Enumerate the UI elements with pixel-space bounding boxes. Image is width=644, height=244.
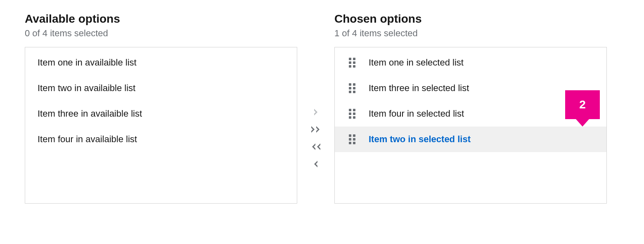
list-item[interactable]: Item one in selected list <box>335 50 606 75</box>
item-label: Item one in selected list <box>369 57 464 68</box>
item-label: Item four in selected list <box>369 108 464 119</box>
remove-button[interactable] <box>310 159 322 169</box>
drag-handle-icon[interactable] <box>347 109 357 119</box>
list-item[interactable]: Item one in availaible list <box>25 50 297 75</box>
item-label: Item one in availaible list <box>38 57 137 68</box>
list-item[interactable]: Item two in availaible list <box>25 75 297 101</box>
chosen-status: 1 of 4 items selected <box>334 28 607 39</box>
item-label: Item two in availaible list <box>38 83 135 94</box>
item-label: Item three in availaible list <box>38 108 142 119</box>
available-title: Available options <box>25 12 297 26</box>
chevron-right-icon <box>313 108 319 116</box>
drag-handle-icon[interactable] <box>347 58 357 68</box>
list-item[interactable]: Item three in availaible list <box>25 101 297 127</box>
chevron-left-icon <box>313 160 319 168</box>
transfer-controls <box>305 12 326 169</box>
double-chevron-right-icon <box>310 125 321 134</box>
available-listbox[interactable]: Item one in availaible list Item two in … <box>25 47 297 204</box>
remove-all-button[interactable] <box>310 142 322 152</box>
item-label: Item two in selected list <box>369 134 471 145</box>
item-label: Item four in availaible list <box>38 134 137 145</box>
chosen-title: Chosen options <box>334 12 607 26</box>
add-button[interactable] <box>310 107 322 117</box>
add-all-button[interactable] <box>310 124 322 134</box>
list-item[interactable]: Item two in selected list 2 <box>335 127 606 152</box>
list-item[interactable]: Item four in availaible list <box>25 127 297 152</box>
available-status: 0 of 4 items selected <box>25 28 297 39</box>
callout-label: 2 <box>579 98 586 111</box>
item-label: Item three in selected list <box>369 83 469 94</box>
chosen-listbox[interactable]: Item one in selected list Item three in … <box>334 47 607 204</box>
callout-badge: 2 <box>565 90 600 119</box>
drag-handle-icon[interactable] <box>347 83 357 93</box>
chosen-panel: Chosen options 1 of 4 items selected Ite… <box>334 12 607 204</box>
drag-handle-icon[interactable] <box>347 134 357 144</box>
available-panel: Available options 0 of 4 items selected … <box>25 12 297 204</box>
double-chevron-left-icon <box>310 143 321 151</box>
